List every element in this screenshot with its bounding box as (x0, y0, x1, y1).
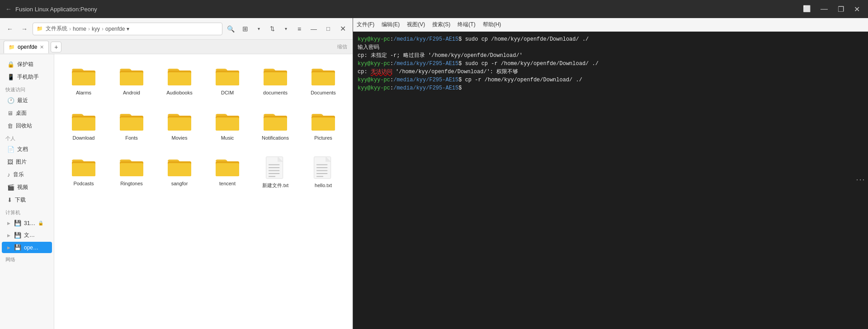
file-label: Alarms (76, 89, 91, 96)
file-item-movies[interactable]: Movies (157, 107, 202, 145)
file-item-ringtones[interactable]: Ringtones (109, 152, 154, 192)
sidebar-video-label: 视频 (17, 183, 28, 191)
sidebar-item-recent[interactable]: 🕐 最近 (2, 94, 52, 107)
file-label: sangfor (171, 180, 188, 187)
title-minimize-btn[interactable]: — (818, 4, 830, 14)
sidebar-item-downloads[interactable]: ⬇ 下载 (2, 194, 52, 206)
file-item-新建文件.txt[interactable]: 新建文件.txt (253, 152, 297, 192)
file-item-tencent[interactable]: tencent (205, 152, 250, 192)
fm-sidebar: 🔒 保护箱 📱 手机助手 快速访问 🕐 最近 🖥 桌面 🗑 (0, 54, 54, 329)
window-maximize-button[interactable]: □ (322, 23, 335, 35)
folder-icon (71, 156, 96, 178)
file-item-sangfor[interactable]: sangfor (157, 152, 202, 192)
sidebar-item-desktop[interactable]: 🖥 桌面 (2, 107, 52, 119)
file-item-alarms[interactable]: Alarms (61, 61, 106, 99)
sort-button[interactable]: ⇅ (266, 23, 278, 35)
window-close-button[interactable]: ✕ (336, 23, 349, 35)
sidebar-item-phonehelper[interactable]: 📱 手机助手 (2, 71, 52, 83)
title-restore-btn[interactable]: ❐ (835, 4, 847, 14)
sidebar-item-protectionbox[interactable]: 🔒 保护箱 (2, 58, 52, 70)
terminal-body[interactable]: kyy@kyy-pc:/media/kyy/F295-AE15$ sudo cp… (353, 32, 868, 329)
terminal-menu-terminal[interactable]: 终端(T) (458, 21, 475, 28)
breadcrumb: 📁 文件系统 › home › kyy › openfde ▾ (33, 23, 222, 35)
file-item-podcasts[interactable]: Podcasts (61, 152, 106, 192)
sidebar-item-disk2[interactable]: ▶ 💾 文… (2, 229, 52, 241)
sidebar-section-computer: 计算机 (0, 207, 54, 217)
file-item-android[interactable]: Android (109, 61, 154, 99)
sidebar-item-video[interactable]: 🎬 视频 (2, 181, 52, 193)
fm-content: AlarmsAndroidAudiobooksDCIMdocumentsDocu… (54, 54, 353, 329)
sidebar-item-pictures[interactable]: 🖼 图片 (2, 156, 52, 168)
terminal-menu-view[interactable]: 视图(V) (407, 21, 425, 28)
file-label: DCIM (221, 89, 234, 96)
sidebar-protectionbox-label: 保护箱 (17, 61, 33, 68)
terminal-menu-help[interactable]: 帮助(H) (483, 21, 501, 28)
breadcrumb-openfde[interactable]: openfde ▾ (105, 26, 129, 32)
svg-rect-31 (216, 163, 239, 176)
breadcrumb-home[interactable]: home (73, 26, 86, 32)
sort-dropdown[interactable]: ▾ (279, 23, 292, 35)
svg-rect-9 (264, 72, 287, 85)
file-label: Podcasts (73, 180, 94, 187)
grid-view-dropdown[interactable]: ▾ (252, 23, 265, 35)
file-item-documents[interactable]: documents (253, 61, 297, 99)
tab-label: openfde (18, 44, 37, 50)
file-label: Download (73, 135, 95, 141)
file-item-pictures[interactable]: Pictures (301, 107, 345, 145)
phone-icon: 📱 (7, 74, 14, 80)
file-item-music[interactable]: Music (205, 107, 250, 145)
title-maximize-btn[interactable]: ⬜ (800, 4, 813, 14)
file-item-documents[interactable]: Documents (301, 61, 345, 99)
list-view-button[interactable]: ≡ (293, 23, 306, 35)
sidebar-item-trash[interactable]: 🗑 回收站 (2, 120, 52, 132)
sidebar-section-network: 网络 (0, 254, 54, 264)
breadcrumb-filesystem[interactable]: 文件系统 (46, 25, 67, 33)
sidebar-item-disk3[interactable]: ▶ 💾 ope… (2, 242, 52, 253)
disk1-lock-icon: 🔒 (38, 221, 43, 226)
terminal-scrollbar-dots[interactable]: ⋮ (855, 175, 866, 185)
terminal-line: kyy@kyy-pc:/media/kyy/F295-AE15$ cp -r /… (358, 76, 863, 84)
terminal-menu-search[interactable]: 搜索(S) (432, 21, 450, 28)
file-label: Movies (172, 135, 188, 141)
file-item-fonts[interactable]: Fonts (109, 107, 154, 145)
svg-rect-19 (216, 118, 239, 131)
file-item-hello.txt[interactable]: hello.txt (301, 152, 345, 192)
sidebar-disk3-label: ope… (24, 244, 38, 251)
recent-icon: 🕐 (7, 97, 14, 104)
fm-tab-openfde[interactable]: 📁 openfde ✕ (4, 41, 49, 53)
terminal-menu-file[interactable]: 文件(F) (357, 21, 374, 28)
sidebar-section-personal: 个人 (0, 132, 54, 143)
file-item-download[interactable]: Download (61, 107, 106, 145)
folder-icon (215, 110, 240, 132)
file-item-audiobooks[interactable]: Audiobooks (157, 61, 202, 99)
folder-icon (215, 65, 240, 87)
file-label: documents (263, 89, 288, 96)
file-label: tencent (219, 180, 236, 187)
folder-icon (119, 156, 144, 178)
tab-add-button[interactable]: + (51, 42, 61, 52)
sidebar-item-disk1[interactable]: ▶ 💾 31… 🔒 (2, 217, 52, 229)
breadcrumb-kyy[interactable]: kyy (92, 26, 100, 32)
text-file-icon (312, 156, 334, 179)
folder-icon (167, 65, 192, 87)
search-button[interactable]: 🔍 (224, 23, 237, 35)
sidebar-downloads-label: 下载 (15, 196, 26, 204)
view-controls: ⊞ ▾ ⇅ ▾ ≡ (239, 23, 306, 35)
grid-view-button[interactable]: ⊞ (239, 23, 251, 35)
terminal-menu-edit[interactable]: 编辑(E) (382, 21, 400, 28)
svg-rect-44 (316, 167, 327, 168)
back-button[interactable]: ← (4, 23, 16, 35)
file-item-notifications[interactable]: Notifications (253, 107, 297, 145)
title-bar-title: Fusion Linux Application:Peony (15, 6, 800, 13)
title-close-btn[interactable]: ✕ (851, 4, 863, 14)
tab-close-icon[interactable]: ✕ (40, 44, 44, 50)
forward-button[interactable]: → (18, 23, 31, 35)
window-minimize-button[interactable]: — (307, 23, 320, 35)
sidebar-recent-label: 最近 (17, 97, 28, 104)
sidebar-item-music[interactable]: ♪ 音乐 (2, 169, 52, 181)
svg-rect-39 (269, 176, 275, 177)
svg-rect-46 (316, 173, 327, 174)
sidebar-item-documents[interactable]: 📄 文档 (2, 143, 52, 155)
back-arrow[interactable]: ← (5, 5, 12, 13)
file-item-dcim[interactable]: DCIM (205, 61, 250, 99)
